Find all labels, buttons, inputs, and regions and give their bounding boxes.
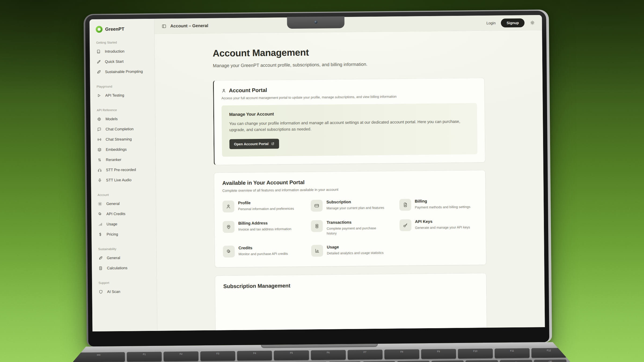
signup-button[interactable]: Signup bbox=[501, 18, 525, 27]
keyboard-key: F12 bbox=[531, 348, 566, 358]
chart-icon bbox=[314, 248, 320, 253]
receipt-icon bbox=[314, 223, 320, 228]
sidebar-item-api-testing[interactable]: API Testing bbox=[96, 90, 151, 101]
laptop-screen-bezel: GreenPT Getting Started Introduction Qui… bbox=[85, 11, 549, 346]
sidebar-section-label: Getting Started bbox=[96, 40, 150, 44]
feature-billing: Billing Payment methods and billing sett… bbox=[399, 198, 478, 211]
sidebar-item-chat-completion[interactable]: Chat Completion bbox=[96, 124, 151, 134]
camera-dot bbox=[314, 21, 317, 24]
feature-credits: Credits Monitor and purchase API credits bbox=[223, 245, 301, 258]
gear-icon bbox=[98, 201, 102, 206]
keyboard: escF1F2F3F4F5F6F7F8F9F10F11F12`123456789… bbox=[72, 348, 566, 362]
keyboard-key: 0 bbox=[431, 360, 464, 362]
sidebar: GreenPT Getting Started Introduction Qui… bbox=[90, 19, 158, 331]
keyboard-key: F6 bbox=[311, 350, 346, 360]
feature-api-keys: API Keys Generate and manage your API ke… bbox=[399, 219, 478, 235]
book-icon bbox=[96, 49, 101, 54]
feature-profile: Profile Personal information and prefere… bbox=[222, 200, 301, 212]
sidebar-section-label: Playground bbox=[97, 84, 151, 88]
open-account-portal-button[interactable]: Open Account Portal bbox=[229, 139, 279, 149]
broadcast-icon bbox=[97, 137, 102, 142]
sun-icon[interactable] bbox=[530, 20, 535, 25]
page-subtitle: Manage your GreenPT account profile, sub… bbox=[213, 61, 484, 69]
keyboard-key: F5 bbox=[274, 350, 309, 360]
sidebar-item-account-general[interactable]: General bbox=[97, 198, 152, 209]
breadcrumb: Account – General bbox=[170, 23, 208, 28]
panel-title: Manage Your Account bbox=[229, 110, 470, 117]
layers-icon bbox=[97, 147, 102, 152]
brand-name: GreenPT bbox=[105, 26, 125, 32]
sort-arrows-icon bbox=[97, 157, 102, 162]
sidebar-item-sustainability-general[interactable]: General bbox=[97, 252, 152, 263]
sidebar-item-api-credits[interactable]: API Credits bbox=[97, 208, 152, 219]
sidebar-section-label: Account bbox=[98, 193, 152, 197]
sidebar-item-pricing[interactable]: Pricing bbox=[97, 229, 152, 239]
document-icon bbox=[402, 202, 408, 207]
sidebar-item-calculations[interactable]: Calculations bbox=[97, 263, 152, 273]
person-icon bbox=[221, 88, 226, 93]
card-title: Account Portal bbox=[229, 87, 267, 94]
leaf-icon bbox=[98, 256, 103, 260]
keyboard-key: ⌫ bbox=[534, 359, 566, 362]
card-description: Access your full account management port… bbox=[221, 94, 477, 100]
greenpt-logo-icon bbox=[96, 26, 103, 33]
sidebar-item-sustainable-prompting[interactable]: Sustainable Prompting bbox=[95, 66, 150, 77]
keyboard-key: 9 bbox=[397, 361, 430, 362]
keyboard-key: 8 bbox=[363, 361, 395, 362]
feature-billing-address: Billing Address Invoice and tax address … bbox=[223, 220, 301, 237]
panel-body: You can change your profile information … bbox=[229, 118, 470, 133]
shield-icon bbox=[98, 289, 103, 294]
chip-icon bbox=[97, 117, 101, 121]
sidebar-item-stt-pre-recorded[interactable]: STT Pre-recorded bbox=[96, 164, 151, 175]
feature-subscription: Subscription Manage your current plan an… bbox=[311, 199, 389, 212]
brand[interactable]: GreenPT bbox=[95, 25, 150, 33]
sidebar-item-introduction[interactable]: Introduction bbox=[95, 46, 150, 57]
laptop-mockup: GreenPT Getting Started Introduction Qui… bbox=[83, 10, 552, 362]
login-link[interactable]: Login bbox=[486, 21, 496, 25]
keyboard-key: F4 bbox=[237, 351, 272, 361]
sidebar-item-models[interactable]: Models bbox=[96, 113, 151, 124]
keyboard-key: F8 bbox=[384, 349, 419, 359]
feature-usage: Usage Detailed analytics and usage stati… bbox=[311, 244, 390, 257]
keyboard-key: esc bbox=[72, 352, 125, 362]
keyboard-key: F11 bbox=[495, 348, 529, 358]
card-subtitle: Complete overview of all features and in… bbox=[222, 186, 477, 193]
credit-card-icon bbox=[314, 203, 319, 208]
subscription-management-card: Subscription Management bbox=[215, 273, 487, 331]
sidebar-item-chat-streaming[interactable]: Chat Streaming bbox=[96, 134, 151, 145]
bar-chart-icon bbox=[98, 222, 103, 226]
sidebar-item-usage[interactable]: Usage bbox=[97, 219, 152, 229]
sidebar-item-embeddings[interactable]: Embeddings bbox=[96, 144, 151, 155]
map-pin-icon bbox=[226, 224, 231, 230]
laptop-notch bbox=[287, 16, 344, 29]
keyboard-key: F1 bbox=[127, 352, 162, 362]
sidebar-item-reranker[interactable]: Reranker bbox=[96, 154, 151, 165]
rocket-icon bbox=[96, 59, 101, 64]
sidebar-panel-icon[interactable] bbox=[162, 24, 167, 29]
keyboard-key: F3 bbox=[200, 351, 235, 361]
card-title: Subscription Management bbox=[223, 281, 478, 289]
headphones-icon bbox=[97, 168, 102, 172]
coins-icon bbox=[98, 212, 102, 216]
external-link-icon bbox=[271, 142, 275, 145]
sidebar-item-quick-start[interactable]: Quick Start bbox=[95, 56, 150, 67]
portal-features-card: Available in Your Account Portal Complet… bbox=[214, 170, 486, 268]
microphone-icon bbox=[97, 178, 102, 182]
sidebar-item-stt-live-audio[interactable]: STT Live Audio bbox=[96, 175, 151, 185]
manage-account-panel: Manage Your Account You can change your … bbox=[222, 103, 478, 157]
laptop-lid: GreenPT Getting Started Introduction Qui… bbox=[83, 10, 552, 347]
keyboard-key: F9 bbox=[421, 349, 456, 359]
page-title: Account Management bbox=[213, 45, 484, 59]
key-icon bbox=[402, 222, 408, 228]
leaf-icon bbox=[96, 69, 101, 74]
features-grid: Profile Personal information and prefere… bbox=[222, 198, 478, 258]
feature-transactions: Transactions Complete payment and purcha… bbox=[311, 219, 389, 236]
main-content: Account Management Manage your GreenPT a… bbox=[155, 30, 545, 331]
play-icon bbox=[97, 93, 101, 98]
coins-icon bbox=[226, 249, 232, 254]
sidebar-section-label: Support bbox=[98, 281, 152, 285]
dollar-icon bbox=[98, 232, 103, 237]
keyboard-key: F2 bbox=[164, 351, 199, 361]
keyboard-key: F7 bbox=[347, 350, 382, 360]
sidebar-item-ai-scan[interactable]: AI Scan bbox=[97, 286, 152, 297]
